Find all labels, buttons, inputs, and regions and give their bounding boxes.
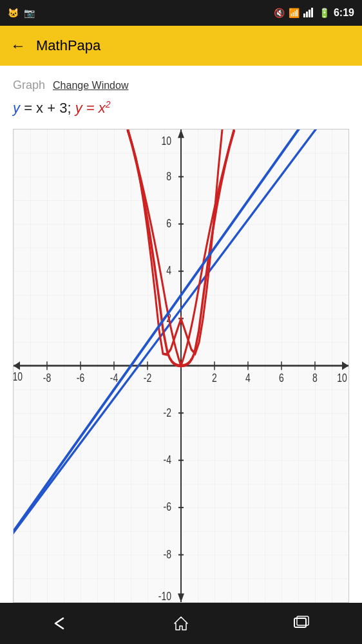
status-bar: 🐱 📷 🔇 📶 🔋 6:19 bbox=[0, 0, 362, 26]
svg-line-48 bbox=[14, 129, 303, 602]
graph-overlay bbox=[14, 129, 348, 602]
app-title: MathPapa bbox=[36, 37, 100, 54]
camera-icon: 📷 bbox=[24, 8, 35, 18]
status-time: 6:19 bbox=[334, 7, 354, 19]
nav-bar bbox=[0, 603, 362, 644]
svg-rect-2 bbox=[309, 10, 310, 17]
mute-icon: 🔇 bbox=[274, 8, 285, 18]
cat-icon: 🐱 bbox=[8, 8, 19, 18]
svg-rect-1 bbox=[306, 12, 308, 17]
eq-y1: y bbox=[13, 100, 20, 116]
eq-part1: = x + 3; bbox=[24, 100, 75, 116]
change-window-button[interactable]: Change Window bbox=[53, 80, 128, 91]
graph-label: Graph bbox=[13, 79, 45, 92]
eq-exp: 2 bbox=[106, 100, 111, 116]
signal-icon bbox=[303, 7, 315, 19]
status-left-icons: 🐱 📷 bbox=[8, 8, 35, 18]
nav-recents-button[interactable] bbox=[282, 611, 321, 636]
svg-rect-49 bbox=[294, 618, 306, 627]
battery-icon: 🔋 bbox=[319, 8, 330, 18]
back-button[interactable]: ← bbox=[10, 37, 26, 55]
eq-y2: y bbox=[75, 100, 82, 116]
svg-rect-3 bbox=[311, 8, 313, 17]
status-right-icons: 🔇 📶 🔋 6:19 bbox=[274, 7, 354, 19]
nav-back-button[interactable] bbox=[41, 611, 80, 636]
nav-home-button[interactable] bbox=[162, 611, 200, 636]
app-bar: ← MathPapa bbox=[0, 26, 362, 66]
graph-container: -10 -8 -6 -4 -2 2 4 6 8 10 10 8 bbox=[13, 129, 349, 603]
content-area: Graph Change Window y = x + 3; y = x2 bbox=[0, 66, 362, 603]
graph-header: Graph Change Window bbox=[13, 79, 349, 92]
equation-display: y = x + 3; y = x2 bbox=[13, 99, 349, 118]
eq-part2: = x bbox=[86, 100, 106, 116]
wifi-icon: 📶 bbox=[289, 8, 300, 18]
svg-rect-0 bbox=[303, 14, 305, 17]
